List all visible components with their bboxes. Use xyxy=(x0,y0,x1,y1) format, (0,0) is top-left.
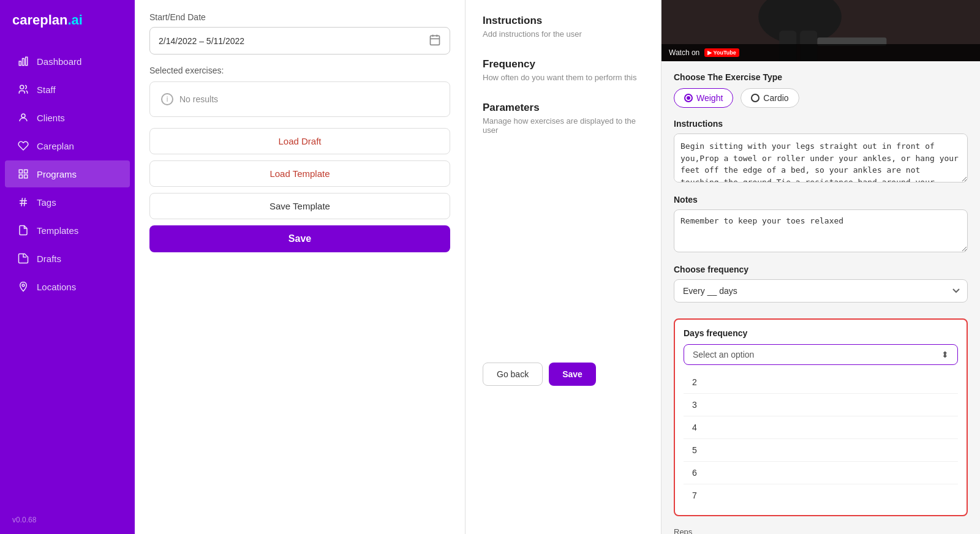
dropdown-option-3[interactable]: 3 xyxy=(684,394,958,416)
svg-rect-8 xyxy=(24,175,28,178)
info-circle-icon: i xyxy=(161,93,173,105)
svg-rect-14 xyxy=(431,36,440,45)
instructions-textarea[interactable]: Begin sitting with your legs straight ou… xyxy=(674,134,968,182)
no-results-box: i No results xyxy=(149,81,450,117)
sidebar-item-clients[interactable]: Clients xyxy=(5,104,130,131)
svg-rect-1 xyxy=(23,59,24,66)
date-value: 2/14/2022 – 5/11/2022 xyxy=(159,36,244,46)
go-back-button[interactable]: Go back xyxy=(483,363,543,386)
frequency-section: Frequency How often do you want them to … xyxy=(483,58,644,82)
type-cardio-button[interactable]: Cardio xyxy=(741,88,799,108)
frequency-select[interactable]: Every __ days xyxy=(674,279,968,303)
parameters-inputs: Reps Load Lbs xyxy=(674,527,968,534)
frequency-subtitle: How often do you want them to perform th… xyxy=(483,73,644,82)
svg-rect-0 xyxy=(19,61,21,66)
instructions-section: Instructions Add instructions for the us… xyxy=(483,15,644,39)
svg-point-13 xyxy=(22,284,24,287)
sidebar-item-staff[interactable]: Staff xyxy=(5,76,130,103)
load-draft-button[interactable]: Load Draft xyxy=(149,128,450,154)
sidebar-item-locations[interactable]: Locations xyxy=(5,273,130,300)
reps-label: Reps xyxy=(674,527,968,534)
main-area: Start/End Date 2/14/2022 – 5/11/2022 Sel… xyxy=(135,0,980,534)
parameters-title: Parameters xyxy=(483,102,644,114)
type-weight-button[interactable]: Weight xyxy=(674,88,733,108)
sidebar-item-label: Programs xyxy=(37,169,77,179)
chart-bar-icon xyxy=(17,55,29,67)
sidebar-item-label: Clients xyxy=(37,113,65,123)
dropdown-option-5[interactable]: 5 xyxy=(684,439,958,462)
reps-group: Reps xyxy=(674,527,968,534)
type-cardio-label: Cardio xyxy=(763,93,788,103)
sidebar-item-tags[interactable]: Tags xyxy=(5,189,130,216)
save-template-button[interactable]: Save Template xyxy=(149,193,450,219)
days-select-trigger[interactable]: Select an option ⬍ xyxy=(684,344,958,365)
days-freq-title: Days frequency xyxy=(684,328,958,338)
instructions-title: Instructions xyxy=(483,15,644,27)
chevron-updown-icon: ⬍ xyxy=(941,350,949,359)
sidebar-item-drafts[interactable]: Drafts xyxy=(5,245,130,272)
sidebar-item-label: Templates xyxy=(37,225,78,236)
save-button[interactable]: Save xyxy=(149,225,450,252)
middle-column: Instructions Add instructions for the us… xyxy=(466,0,662,534)
type-options: Weight Cardio xyxy=(674,88,968,108)
svg-line-11 xyxy=(21,198,23,206)
dropdown-option-2[interactable]: 2 xyxy=(684,371,958,394)
calendar-icon xyxy=(429,34,441,48)
right-column: Watch on ▶ YouTube Choose The Exercise T… xyxy=(662,0,980,534)
date-input[interactable]: 2/14/2022 – 5/11/2022 xyxy=(149,27,450,55)
watch-bar: Watch on ▶ YouTube xyxy=(662,44,980,61)
choose-frequency-label: Choose frequency xyxy=(674,265,968,274)
save-small-button[interactable]: Save xyxy=(549,363,596,386)
sidebar-item-dashboard[interactable]: Dashboard xyxy=(5,48,130,75)
dropdown-option-7[interactable]: 7 xyxy=(684,484,958,506)
dropdown-option-6[interactable]: 6 xyxy=(684,462,958,484)
svg-line-12 xyxy=(24,198,26,206)
youtube-icon: ▶ YouTube xyxy=(704,48,739,57)
middle-right-area: Instructions Add instructions for the us… xyxy=(466,0,980,534)
parameters-section: Parameters Manage how exercises are disp… xyxy=(483,102,644,135)
frequency-title: Frequency xyxy=(483,58,644,70)
watch-label: Watch on xyxy=(669,48,699,57)
sidebar-item-templates[interactable]: Templates xyxy=(5,217,130,244)
parameters-subtitle: Manage how exercises are displayed to th… xyxy=(483,116,644,135)
sidebar-item-label: Staff xyxy=(37,85,56,95)
person-icon xyxy=(17,111,29,124)
load-template-button[interactable]: Load Template xyxy=(149,160,450,187)
notes-textarea[interactable]: Remember to keep your toes relaxed xyxy=(674,209,968,252)
sidebar-item-programs[interactable]: Programs xyxy=(5,160,130,187)
sidebar-item-careplan[interactable]: Careplan xyxy=(5,132,130,159)
svg-rect-2 xyxy=(26,57,28,66)
file-icon xyxy=(17,224,29,236)
sidebar-item-label: Dashboard xyxy=(37,56,81,67)
logo: careplan.ai xyxy=(0,0,135,47)
left-panel: Start/End Date 2/14/2022 – 5/11/2022 Sel… xyxy=(135,0,466,534)
svg-rect-5 xyxy=(19,170,22,173)
svg-rect-6 xyxy=(24,170,28,173)
sidebar-item-label: Careplan xyxy=(37,141,74,151)
svg-rect-7 xyxy=(19,175,22,178)
heart-icon xyxy=(17,140,29,152)
sidebar-item-label: Locations xyxy=(37,282,76,292)
radio-weight-icon xyxy=(684,94,693,102)
type-weight-label: Weight xyxy=(696,93,723,103)
bottom-nav: Go back Save xyxy=(483,363,644,386)
exercise-details: Choose The Exercise Type Weight Cardio I… xyxy=(662,61,980,534)
version-label: v0.0.68 xyxy=(0,506,135,534)
location-icon xyxy=(17,280,29,293)
selected-exercises-label: Selected exercises: xyxy=(149,66,450,75)
users-icon xyxy=(17,83,29,96)
days-select-placeholder: Select an option xyxy=(693,350,754,359)
instructions-field-label: Instructions xyxy=(674,119,968,129)
logo-text: careplan.ai xyxy=(12,12,83,28)
dropdown-option-4[interactable]: 4 xyxy=(684,416,958,439)
reps-row: Reps xyxy=(674,527,968,534)
radio-cardio-icon xyxy=(751,94,760,102)
dropdown-options-list: 2 3 4 5 6 7 xyxy=(684,371,958,506)
sidebar-nav: Dashboard Staff Clients Careplan Program… xyxy=(0,47,135,506)
no-results-text: No results xyxy=(179,94,218,104)
notes-field-label: Notes xyxy=(674,195,968,205)
right-scroll-area: Watch on ▶ YouTube Choose The Exercise T… xyxy=(662,0,980,534)
video-thumbnail: Watch on ▶ YouTube xyxy=(662,0,980,61)
hash-icon xyxy=(17,196,29,208)
document-icon xyxy=(17,252,29,265)
